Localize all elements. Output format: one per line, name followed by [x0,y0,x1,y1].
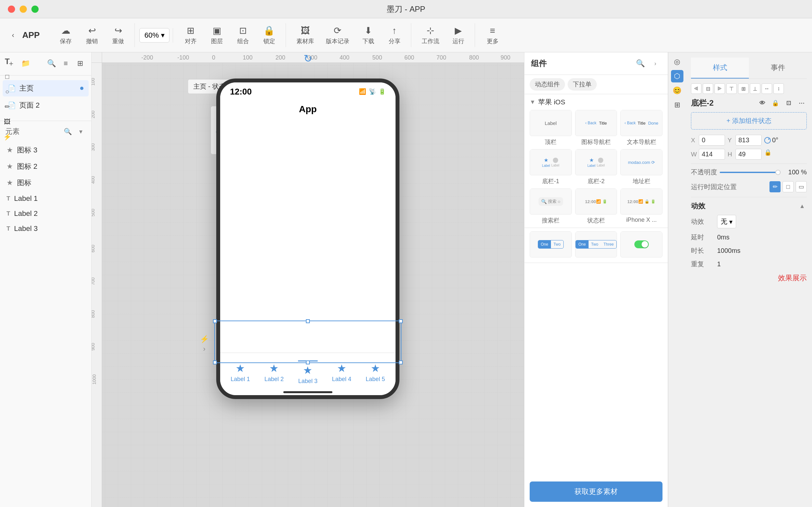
fixed-pos-btn-1[interactable]: ✏ [769,181,780,192]
list-item[interactable]: T Label 1 [0,191,91,206]
rotation-value[interactable]: 0° [772,136,778,144]
undo-button[interactable]: ↩ 撤销 [79,23,105,47]
y-value[interactable]: 813 [736,135,762,146]
align-bottom-button[interactable]: ⊥ [750,83,760,94]
comp-segment-1[interactable]: One Two [530,231,572,260]
align-center-h-button[interactable]: ⊟ [703,83,713,94]
fixed-pos-btn-3[interactable]: ▭ [796,181,807,192]
tab-item-4[interactable]: ★ Label 4 [332,362,351,383]
align-button[interactable]: ⊞ 对齐 [178,23,204,47]
history-button[interactable]: ⟳ 版本记录 [320,23,355,47]
elements-search-button[interactable]: 🔍 [62,126,73,137]
text-tool-button[interactable]: T [1,56,13,67]
list-item[interactable]: ★ 图标 2 [0,158,91,175]
page-item-2[interactable]: 📄 页面 2 [3,97,89,113]
align-left-button[interactable]: ⫷ [691,83,701,94]
tab-label-5: Label 5 [366,376,385,383]
assets-button[interactable]: 🖼 素材库 [290,23,320,47]
align-center-v-button[interactable]: ⊞ [738,83,749,94]
canvas-area[interactable]: -200 -100 0 100 200 300 400 500 600 700 … [92,52,524,507]
anim-type-select[interactable]: 无 ▾ [717,215,736,228]
comp-toggle[interactable] [620,231,662,260]
resize-icon-btn[interactable]: ⊡ [783,98,794,108]
filter-chip-dropdown[interactable]: 下拉单 [567,78,597,91]
comp-icon-nav[interactable]: ‹ Back Title 图标导航栏 [575,110,617,146]
add-folder-button[interactable]: 📁 [20,58,32,69]
fixed-pos-btn-2[interactable]: □ [782,181,794,192]
align-right-button[interactable]: ⫸ [714,83,725,94]
maximize-button[interactable] [32,6,39,13]
fixed-position-row: 运行时固定位置 ✏ □ ▭ [691,181,807,192]
lock-button[interactable]: 🔒 锁定 [256,23,282,47]
target-icon-btn[interactable]: ◎ [671,56,684,68]
comp-bottom-bar-2[interactable]: ★ Label Label 底栏-2 [575,149,617,185]
components-expand-button[interactable]: › [649,58,661,69]
group-button[interactable]: ⊡ 组合 [230,23,256,47]
components-search-button[interactable]: 🔍 [634,58,646,69]
x-value[interactable]: 0 [699,135,725,146]
component-tool-button[interactable]: ⚡ [1,131,13,143]
ios-category-header[interactable]: ▼ 苹果 iOS [530,98,662,107]
tab-item-2[interactable]: ★ Label 2 [264,362,284,383]
distribute-v-button[interactable]: ↕ [773,83,784,94]
tab-item-1[interactable]: ★ Label 1 [231,362,250,383]
comp-iphone-x[interactable]: 12:00 📶 🔒 🔋 iPhone X ... [620,188,662,224]
comp-search-bar[interactable]: 🔍 搜索 ○ 搜索栏 [530,188,572,224]
table-icon-btn[interactable]: ⊞ [671,99,684,111]
comp-bottom-bar-1[interactable]: ★ Label Label 底栏-1 [530,149,572,185]
tab-style[interactable]: 样式 [691,58,749,78]
run-button[interactable]: ▶ 运行 [445,23,472,47]
elements-expand-button[interactable]: ▾ [75,126,86,137]
pen-tool-button[interactable]: ✏ [1,101,13,113]
more-button[interactable]: ≡ 更多 [480,23,506,47]
distribute-h-button[interactable]: ↔ [762,83,772,94]
get-more-button[interactable]: 获取更多素材 [530,482,662,502]
layers-button[interactable]: ▣ 图层 [204,23,230,47]
comp-icon-nav-preview: ‹ Back Title [575,110,617,136]
minimize-button[interactable] [20,6,27,13]
ellipse-tool-button[interactable]: ○ [1,86,13,98]
filter-chip-dynamic[interactable]: 动态组件 [530,78,565,91]
list-view-button[interactable]: ≡ [60,58,72,69]
comp-top-bar[interactable]: Label 顶栏 [530,110,572,146]
zoom-control[interactable]: 60% ▾ [140,28,169,43]
h-value[interactable]: 49 [736,149,762,160]
page-item-home[interactable]: 📄 主页 [3,80,89,97]
emoji-icon-btn[interactable]: 😊 [671,84,684,97]
close-button[interactable] [8,6,15,13]
style-icon-btn[interactable]: ⬡ [671,70,684,82]
animation-collapse-btn[interactable]: ▲ [798,202,807,211]
lock-component-btn[interactable]: 🔒 [770,98,780,108]
comp-status-bar[interactable]: 12:00 📶 🔋 状态栏 [575,188,617,224]
list-item[interactable]: ★ 图标 [0,175,91,191]
tab-item-5[interactable]: ★ Label 5 [366,362,385,383]
slider-track[interactable] [720,172,780,173]
redo-button[interactable]: ↪ 重做 [105,23,131,47]
share-button[interactable]: ↑ 分享 [381,23,408,47]
tab-label-3: Label 3 [298,378,317,385]
tab-item-3[interactable]: ★ Label 3 [298,360,317,385]
grid-view-button[interactable]: ⊞ [74,58,86,69]
rectangle-tool-button[interactable]: □ [1,71,13,82]
more-icon-btn[interactable]: ⋯ [796,98,807,108]
add-state-button[interactable]: + 添加组件状态 [691,112,807,129]
image-tool-button[interactable]: 🖼 [1,116,13,127]
tab-events[interactable]: 事件 [749,58,807,78]
save-button[interactable]: ☁ 保存 [53,23,79,47]
align-top-button[interactable]: ⊤ [726,83,737,94]
comp-text-nav[interactable]: ‹ Back Title Done 文本导航栏 [620,110,662,146]
back-button[interactable]: ‹ [7,29,20,42]
effect-demo[interactable]: 效果展示 [691,273,807,283]
search-element-button[interactable]: 🔍 [46,58,57,69]
comp-segment-2[interactable]: One Two Three [575,231,617,260]
ruler-mark: 300 [92,143,96,151]
list-item[interactable]: T Label 3 [0,221,91,236]
refresh-icon[interactable]: ↻ [304,52,313,65]
w-value[interactable]: 414 [699,149,725,160]
comp-address-bar[interactable]: modao.com ⟳ 地址栏 [620,149,662,185]
visibility-icon-btn[interactable]: 👁 [757,98,767,108]
workflow-button[interactable]: ⊹ 工作流 [416,23,445,47]
download-button[interactable]: ⬇ 下载 [355,23,381,47]
dimension-lock-icon[interactable]: 🔒 [764,149,771,160]
list-item[interactable]: T Label 2 [0,206,91,221]
